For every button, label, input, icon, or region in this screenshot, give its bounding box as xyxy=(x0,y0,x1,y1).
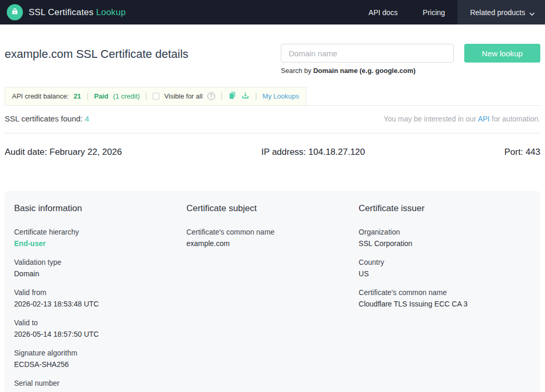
search-hint-bold: Domain name (e.g. google.com) xyxy=(313,67,415,75)
section-title: Certificate issuer xyxy=(358,203,531,214)
ip-address-label: IP address: xyxy=(261,147,308,157)
nav-related-products[interactable]: Related products xyxy=(457,0,545,24)
audit-date-value: February 22, 2026 xyxy=(49,147,122,157)
search-hint-prefix: Search by xyxy=(281,67,313,75)
field-label: Certificate's common name xyxy=(358,287,531,298)
field-label: Valid from xyxy=(14,287,187,298)
paid-detail: (1 credit) xyxy=(113,92,140,100)
field-country: Country US xyxy=(358,256,531,279)
field-label: Serial number xyxy=(14,377,187,389)
field-value: SSL Corporation xyxy=(358,238,531,249)
nav-api-docs[interactable]: API docs xyxy=(356,0,410,24)
title-search-row: example.com SSL Certificate details New … xyxy=(5,44,540,75)
my-lookups-link[interactable]: My Lookups xyxy=(263,92,299,100)
field-serial-number: Serial number 51:AD:98:7E:A1:24:6F:F3:42… xyxy=(14,377,187,392)
credit-bar-row: API credit balance: 21 Paid (1 credit) V… xyxy=(5,87,540,106)
ip-address: IP address: 104.18.27.120 xyxy=(261,147,365,157)
new-lookup-button[interactable]: New lookup xyxy=(464,44,540,63)
domain-search-input[interactable] xyxy=(281,44,454,63)
lock-icon xyxy=(11,7,19,17)
certificate-details-card: Basic information Certificate hierarchy … xyxy=(5,191,540,392)
copy-button[interactable] xyxy=(228,91,237,101)
app-title-accent: Lookup xyxy=(96,7,126,17)
lock-logo xyxy=(7,4,23,20)
field-value: End-user xyxy=(14,238,187,249)
paid-label: Paid xyxy=(94,92,108,100)
audit-date: Audit date: February 22, 2026 xyxy=(5,147,122,157)
field-organization: Organization SSL Corporation xyxy=(358,226,531,249)
field-subject-common-name: Certificate's common name example.com xyxy=(187,226,359,249)
page-content: example.com SSL Certificate details New … xyxy=(0,44,545,392)
results-summary-row: SSL certificates found: 4 You may be int… xyxy=(5,106,540,133)
api-note-prefix: You may be interested in our xyxy=(383,115,478,123)
field-label: Certificate hierarchy xyxy=(14,226,187,238)
field-label: Country xyxy=(358,256,531,268)
field-label: Valid to xyxy=(14,317,187,328)
brand: SSL Certificates Lookup xyxy=(0,4,126,20)
credit-balance-value: 21 xyxy=(73,92,81,100)
app-title-main: SSL Certificates xyxy=(29,7,93,17)
field-label: Validation type xyxy=(14,256,187,268)
certificates-found: SSL certificates found: 4 xyxy=(5,114,89,123)
field-value: Cloudflare TLS Issuing ECC CA 3 xyxy=(358,298,531,310)
divider xyxy=(221,93,222,100)
field-value: example.com xyxy=(187,238,359,249)
section-basic-information: Basic information Certificate hierarchy … xyxy=(14,203,187,392)
download-button[interactable] xyxy=(241,91,250,101)
field-label: Signature algorithm xyxy=(14,347,187,359)
page-title: example.com SSL Certificate details xyxy=(5,44,189,61)
credit-balance-label: API credit balance: xyxy=(12,92,69,100)
divider xyxy=(88,93,88,100)
certificates-found-label: SSL certificates found: xyxy=(5,114,83,123)
visible-for-all-checkbox[interactable] xyxy=(153,93,159,100)
nav-pricing[interactable]: Pricing xyxy=(410,0,457,24)
field-value: 2026-05-14 18:57:50 UTC xyxy=(14,328,187,340)
port: Port: 443 xyxy=(504,147,540,157)
api-link[interactable]: API xyxy=(478,115,490,123)
field-issuer-common-name: Certificate's common name Cloudflare TLS… xyxy=(358,287,531,310)
top-nav-menu: API docs Pricing Related products xyxy=(356,0,545,24)
audit-info-row: Audit date: February 22, 2026 IP address… xyxy=(5,133,540,171)
field-valid-to: Valid to 2026-05-14 18:57:50 UTC xyxy=(14,317,187,340)
section-certificate-issuer: Certificate issuer Organization SSL Corp… xyxy=(358,203,531,392)
field-certificate-hierarchy: Certificate hierarchy End-user xyxy=(14,226,187,249)
visible-for-all-label: Visible for all xyxy=(164,92,202,100)
field-value: ECDSA-SHA256 xyxy=(14,359,187,370)
port-value: 443 xyxy=(526,147,540,157)
help-icon[interactable]: ? xyxy=(207,92,215,100)
field-signature-algorithm: Signature algorithm ECDSA-SHA256 xyxy=(14,347,187,370)
field-validation-type: Validation type Domain xyxy=(14,256,187,279)
top-navbar: SSL Certificates Lookup API docs Pricing… xyxy=(0,0,545,24)
audit-date-label: Audit date: xyxy=(5,147,49,157)
port-label: Port: xyxy=(504,147,526,157)
section-title: Basic information xyxy=(14,203,187,214)
copy-icon xyxy=(228,91,237,101)
field-value: 2026-02-13 18:53:48 UTC xyxy=(14,298,187,310)
certificates-found-count: 4 xyxy=(85,114,89,123)
section-certificate-subject: Certificate subject Certificate's common… xyxy=(187,203,359,392)
field-label: Certificate's common name xyxy=(187,226,359,238)
field-label: Organization xyxy=(358,226,531,238)
divider xyxy=(146,93,146,100)
app-title: SSL Certificates Lookup xyxy=(29,7,126,18)
field-value: Domain xyxy=(14,268,187,279)
divider xyxy=(256,93,256,100)
api-note: You may be interested in our API for aut… xyxy=(383,115,540,123)
credit-bar: API credit balance: 21 Paid (1 credit) V… xyxy=(5,87,306,105)
search-area: New lookup Search by Domain name (e.g. g… xyxy=(281,44,540,75)
api-note-suffix: for automation. xyxy=(490,115,540,123)
field-value: US xyxy=(358,268,531,279)
download-icon xyxy=(241,91,250,101)
chevron-down-icon xyxy=(529,10,535,15)
nav-related-products-label: Related products xyxy=(470,8,525,17)
ip-address-value: 104.18.27.120 xyxy=(308,147,365,157)
search-hint: Search by Domain name (e.g. google.com) xyxy=(281,67,540,75)
field-value: 51:AD:98:7E:A1:24:6F:F3:42:44:62:6A:08:3… xyxy=(14,389,187,392)
section-title: Certificate subject xyxy=(187,203,359,214)
field-valid-from: Valid from 2026-02-13 18:53:48 UTC xyxy=(14,287,187,310)
